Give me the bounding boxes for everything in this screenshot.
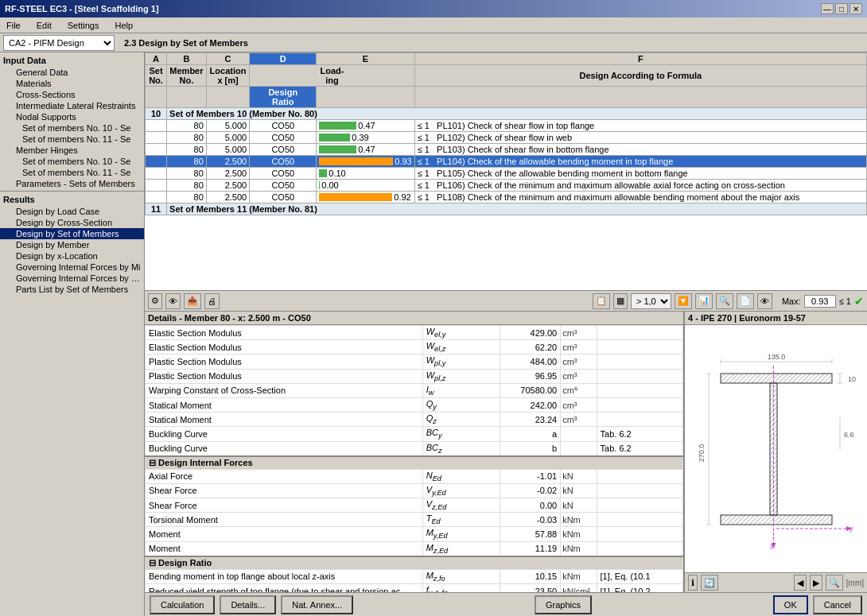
bottom-flange [721, 515, 832, 525]
main-container: CA2 - PIFM Design 2.3 Design by Set of M… [0, 33, 867, 616]
detail-formula: Wel,y [422, 326, 500, 340]
close-button[interactable]: ✕ [850, 3, 862, 14]
set11-header-row[interactable]: 11 Set of Members 11 (Member No. 81) [146, 203, 867, 215]
table-row[interactable]: 80 5.000 CO50 0.47 ≤ 1 PL101) Check of s… [146, 120, 867, 132]
toolbar-btn-7[interactable]: 📄 [737, 293, 754, 309]
toolbar-btn-copy[interactable]: 📋 [593, 293, 610, 309]
filter-dropdown[interactable]: > 1,0 [631, 293, 671, 309]
sidebar-item-parts-list[interactable]: Parts List by Set of Members [0, 284, 144, 295]
detail-row[interactable]: Elastic Section Modulus Wel,y 429.00 cm³ [146, 326, 683, 340]
minimize-button[interactable]: — [821, 3, 834, 14]
toolbar-btn-table[interactable]: ▦ [613, 293, 628, 309]
detail-row[interactable]: Elastic Section Modulus Wel,z 62.20 cm³ [146, 340, 683, 354]
menu-help[interactable]: Help [111, 20, 136, 31]
table-row[interactable]: 80 5.000 CO50 0.47 ≤ 1 PL103) Check of s… [146, 144, 867, 156]
sidebar-item-intermediate-lateral[interactable]: Intermediate Lateral Restraints [0, 100, 144, 111]
sidebar-item-governing-se[interactable]: Governing Internal Forces by Se [0, 273, 144, 284]
table-row-selected[interactable]: 80 2.500 CO50 0.93 ≤ 1 PL104) Check of t… [146, 156, 867, 168]
sidebar-item-design-member[interactable]: Design by Member [0, 239, 144, 250]
set10-no: 10 [146, 108, 167, 120]
detail-ref [597, 483, 682, 498]
sidebar-item-set11-nodal[interactable]: Set of members No. 11 - Se [0, 134, 144, 145]
section-header-internal: ⊟ Design Internal Forces [146, 456, 683, 470]
detail-row[interactable]: Torsional Moment TEd -0.03 kNm [146, 513, 683, 527]
detail-row[interactable]: Statical Moment Qy 242.00 cm³ [146, 397, 683, 412]
height-label: 270.0 [698, 444, 706, 462]
detail-row[interactable]: Buckling Curve BCy a Tab. 6.2 [146, 427, 683, 441]
col-header-d: D [250, 53, 317, 65]
detail-row[interactable]: Plastic Section Modulus Wpl,z 96.95 cm³ [146, 369, 683, 383]
detail-formula: Qz [422, 413, 500, 427]
cell-formula: ≤ 1 PL103) Check of shear flow in bottom… [414, 144, 866, 156]
cs-recalc-button[interactable]: 🔄 [701, 575, 718, 591]
sidebar-item-design-loadcase[interactable]: Design by Load Case [0, 206, 144, 217]
menu-file[interactable]: File [3, 20, 24, 31]
detail-formula: My,Ed [422, 527, 500, 541]
detail-row[interactable]: Buckling Curve BCz b Tab. 6.2 [146, 441, 683, 456]
toolbar-btn-1[interactable]: ⚙ [148, 293, 162, 309]
set10-header-row[interactable]: 10 Set of Members 10 (Member No. 80) [146, 108, 867, 120]
graphics-button[interactable]: Graphics [535, 595, 592, 614]
detail-ref [597, 326, 682, 340]
nat-annex-button[interactable]: Nat. Annex... [281, 595, 353, 614]
case-dropdown[interactable]: CA2 - PIFM Design [3, 35, 115, 51]
sidebar-item-set10-hinges[interactable]: Set of members No. 10 - Se [0, 156, 144, 167]
detail-row[interactable]: Shear Force Vz,Ed 0.00 kN [146, 498, 683, 513]
cs-forward-button[interactable]: ▶ [810, 575, 822, 591]
detail-unit: kNm [561, 513, 597, 527]
toolbar-btn-3[interactable]: 📤 [184, 293, 201, 309]
window-controls[interactable]: — □ ✕ [821, 3, 862, 14]
cancel-button[interactable]: Cancel [813, 595, 862, 614]
sidebar-item-general[interactable]: General Data [0, 67, 144, 78]
sidebar-item-governing-mi[interactable]: Governing Internal Forces by Mi [0, 262, 144, 273]
sidebar-item-design-set[interactable]: Design by Set of Members [0, 228, 144, 239]
cell-formula: ≤ 1 PL102) Check of shear flow in web [414, 132, 866, 144]
toolbar-btn-5[interactable]: 📊 [695, 293, 713, 309]
toolbar-btn-filter[interactable]: 🔽 [675, 293, 692, 309]
toolbar-btn-4[interactable]: 🖨 [204, 293, 220, 309]
sidebar-item-member-hinges[interactable]: Member Hinges [0, 145, 144, 156]
detail-row[interactable]: Reduced yield strength of top flange (du… [146, 584, 683, 593]
detail-row[interactable]: Moment Mz,Ed 11.19 kNm [146, 541, 683, 556]
sidebar-item-set10-nodal[interactable]: Set of members No. 10 - Se [0, 122, 144, 134]
details-button[interactable]: Details... [220, 595, 276, 614]
cell-member: 80 [167, 120, 207, 132]
toolbar-btn-6[interactable]: 🔍 [716, 293, 733, 309]
col-subheader-formula: Design According to Formula [414, 65, 866, 87]
toolbar-btn-2[interactable]: 👁 [165, 293, 181, 309]
table-row[interactable]: 80 2.500 CO50 0.92 ≤ 1 PL108) Check of t… [146, 192, 867, 203]
cs-info-button[interactable]: ℹ [688, 575, 698, 591]
detail-row[interactable]: Shear Force Vy,Ed -0.02 kN [146, 483, 683, 498]
detail-row[interactable]: Plastic Section Modulus Wpl,y 484.00 cm³ [146, 354, 683, 369]
menu-settings[interactable]: Settings [64, 20, 103, 31]
sidebar-item-set11-hinges[interactable]: Set of members No. 11 - Se [0, 167, 144, 178]
sidebar-item-cross-sections[interactable]: Cross-Sections [0, 89, 144, 100]
table-row[interactable]: 80 2.500 CO50 0.00 ≤ 1 PL106) Check of t… [146, 180, 867, 192]
detail-row[interactable]: Bending moment in top flange about local… [146, 569, 683, 583]
detail-unit: cm³ [561, 413, 597, 427]
menu-edit[interactable]: Edit [33, 20, 55, 31]
sidebar-item-materials[interactable]: Materials [0, 78, 144, 89]
toolbar-btn-8[interactable]: 👁 [757, 293, 772, 309]
detail-row[interactable]: Statical Moment Qz 23.24 cm³ [146, 413, 683, 427]
detail-formula: Iw [422, 383, 500, 397]
sidebar-item-design-cross[interactable]: Design by Cross-Section [0, 217, 144, 228]
detail-row[interactable]: Warping Constant of Cross-Section Iw 705… [146, 383, 683, 397]
detail-row[interactable]: Moment My,Ed 57.88 kNm [146, 527, 683, 541]
calculation-button[interactable]: Calculation [150, 595, 215, 614]
sidebar-item-design-xlocation[interactable]: Design by x-Location [0, 250, 144, 262]
cs-zoom-button[interactable]: 🔍 [826, 575, 843, 591]
cs-back-button[interactable]: ◀ [794, 575, 807, 591]
table-row[interactable]: 80 2.500 CO50 0.10 ≤ 1 PL105) Check of t… [146, 168, 867, 180]
cell-ratio-bar: 0.10 [317, 168, 414, 180]
detail-ref [597, 369, 682, 383]
sidebar-item-parameters[interactable]: Parameters - Sets of Members [0, 178, 144, 189]
detail-ref [597, 383, 682, 397]
table-row[interactable]: 80 5.000 CO50 0.39 ≤ 1 PL102) Check of s… [146, 132, 867, 144]
main-table-area: A B C D E F SetNo. MemberNo. Locationx [… [145, 52, 867, 291]
sidebar-item-nodal-supports[interactable]: Nodal Supports [0, 111, 144, 122]
col-subheader2-location [206, 87, 249, 108]
ok-button[interactable]: OK [773, 595, 808, 614]
detail-row[interactable]: Axial Force NEd -1.01 kN [146, 469, 683, 483]
maximize-button[interactable]: □ [835, 3, 848, 14]
